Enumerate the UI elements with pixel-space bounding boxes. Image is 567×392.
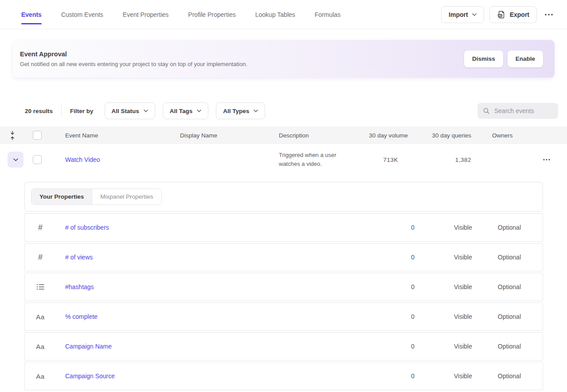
- csv-file-icon: csv: [497, 10, 506, 19]
- row-checkbox[interactable]: [33, 155, 42, 164]
- lexicon-events-page: Events Custom Events Event Properties Pr…: [0, 0, 567, 392]
- status-filter-dropdown[interactable]: All Status: [105, 102, 155, 119]
- property-requirement: Optional: [472, 283, 521, 290]
- property-name-link[interactable]: # of views: [65, 254, 93, 261]
- topnav-actions: Import csv Export: [441, 6, 555, 23]
- text-type-icon: Aa: [36, 372, 44, 380]
- number-type-icon: #: [38, 253, 43, 262]
- events-table-header: Event Name Display Name Description 30 d…: [0, 126, 567, 144]
- tab-mixpanel-properties[interactable]: Mixpanel Properties: [92, 189, 161, 204]
- tab-event-properties[interactable]: Event Properties: [123, 11, 169, 18]
- property-count: 0: [361, 343, 414, 350]
- enable-button[interactable]: Enable: [508, 51, 543, 67]
- property-count: 0: [361, 372, 414, 380]
- ellipsis-icon: [545, 14, 553, 16]
- property-row: Aa % complete 0 Visible Optional: [24, 302, 543, 331]
- tab-lookup-tables[interactable]: Lookup Tables: [255, 11, 295, 18]
- types-filter-dropdown[interactable]: All Types: [216, 102, 265, 119]
- event-description: Triggered when a user watches a video.: [279, 151, 364, 169]
- banner-description: Get notified on all new events entering …: [20, 61, 247, 67]
- property-count: 0: [361, 224, 414, 231]
- property-requirement: Optional: [472, 224, 521, 231]
- property-visibility: Visible: [414, 343, 472, 350]
- header-event-name: Event Name: [50, 132, 180, 139]
- header-volume: 30 day volume: [364, 132, 408, 139]
- filters-toolbar: 20 results Filter by All Status All Tags…: [0, 102, 567, 119]
- property-visibility: Visible: [414, 224, 472, 231]
- property-visibility: Visible: [414, 254, 472, 261]
- import-button[interactable]: Import: [441, 6, 484, 23]
- nav-tabs: Events Custom Events Event Properties Pr…: [21, 11, 441, 18]
- property-requirement: Optional: [472, 343, 521, 350]
- row-expander-button[interactable]: [8, 152, 23, 168]
- results-count: 20 results: [25, 108, 53, 114]
- status-filter-value: All Status: [112, 108, 139, 114]
- export-button-label: Export: [510, 11, 529, 18]
- types-filter-value: All Types: [223, 108, 249, 114]
- text-type-icon: Aa: [36, 313, 44, 321]
- property-name-link[interactable]: #hashtags: [65, 283, 94, 290]
- tab-formulas[interactable]: Formulas: [315, 11, 340, 18]
- overflow-menu-button[interactable]: [542, 12, 555, 17]
- header-display-name: Display Name: [180, 132, 279, 139]
- ellipsis-icon: [543, 159, 550, 161]
- property-row: # # of subscribers 0 Visible Optional: [24, 213, 543, 242]
- svg-text:csv: csv: [498, 14, 502, 16]
- property-requirement: Optional: [472, 254, 521, 261]
- properties-panel: Your Properties Mixpanel Properties # # …: [24, 182, 543, 390]
- select-all-checkbox[interactable]: [33, 131, 42, 140]
- property-count: 0: [361, 254, 414, 261]
- tab-events[interactable]: Events: [21, 11, 42, 18]
- tab-custom-events[interactable]: Custom Events: [61, 11, 103, 18]
- property-requirement: Optional: [472, 372, 521, 380]
- property-count: 0: [361, 313, 414, 320]
- property-row: Aa Campaign Source 0 Visible Optional: [24, 362, 543, 390]
- import-button-label: Import: [449, 11, 468, 18]
- tab-your-properties[interactable]: Your Properties: [31, 189, 92, 204]
- property-count: 0: [361, 283, 414, 290]
- chevron-down-icon: [197, 110, 201, 112]
- divider: [61, 105, 62, 117]
- header-queries: 30 day queries: [408, 132, 471, 139]
- event-name-link[interactable]: Watch Video: [65, 156, 100, 163]
- row-actions-button[interactable]: [540, 157, 553, 162]
- event-queries: 1,382: [408, 157, 471, 163]
- header-description: Description: [279, 132, 364, 139]
- property-name-link[interactable]: # of subscribers: [65, 224, 109, 231]
- filter-by-label: Filter by: [70, 108, 94, 114]
- event-row-watch-video: Watch Video Triggered when a user watche…: [0, 144, 567, 175]
- property-name-link[interactable]: % complete: [65, 313, 98, 320]
- number-type-icon: #: [38, 223, 43, 232]
- search-box: [477, 103, 558, 119]
- properties-tab-card: Your Properties Mixpanel Properties: [24, 182, 543, 212]
- collapse-all-button[interactable]: [9, 130, 16, 141]
- banner-title: Event Approval: [20, 51, 247, 58]
- list-type-icon: [36, 283, 44, 290]
- property-row: Aa Campaign Name 0 Visible Optional: [24, 332, 543, 361]
- chevron-down-icon: [254, 110, 258, 112]
- collapse-vertical-icon: [10, 131, 15, 140]
- top-nav: Events Custom Events Event Properties Pr…: [0, 0, 567, 29]
- text-type-icon: Aa: [36, 343, 44, 350]
- property-row: #hashtags 0 Visible Optional: [24, 273, 543, 301]
- event-approval-banner: Event Approval Get notified on all new e…: [12, 40, 555, 78]
- chevron-down-icon: [144, 110, 148, 112]
- export-button[interactable]: csv Export: [489, 6, 537, 23]
- chevron-down-icon: [472, 13, 477, 16]
- dismiss-button[interactable]: Dismiss: [464, 51, 503, 67]
- property-requirement: Optional: [472, 313, 521, 320]
- chevron-down-icon: [13, 158, 18, 161]
- tab-profile-properties[interactable]: Profile Properties: [188, 11, 235, 18]
- tags-filter-dropdown[interactable]: All Tags: [163, 102, 209, 119]
- banner-text: Event Approval Get notified on all new e…: [20, 51, 247, 67]
- header-owners: Owners: [471, 132, 526, 139]
- search-icon: [483, 107, 490, 114]
- property-visibility: Visible: [414, 313, 472, 320]
- property-visibility: Visible: [414, 283, 472, 290]
- banner-actions: Dismiss Enable: [464, 51, 543, 67]
- event-volume: 713K: [364, 157, 408, 163]
- tags-filter-value: All Tags: [170, 108, 193, 114]
- search-input[interactable]: [494, 107, 553, 114]
- property-name-link[interactable]: Campaign Source: [65, 372, 115, 380]
- property-name-link[interactable]: Campaign Name: [65, 343, 112, 350]
